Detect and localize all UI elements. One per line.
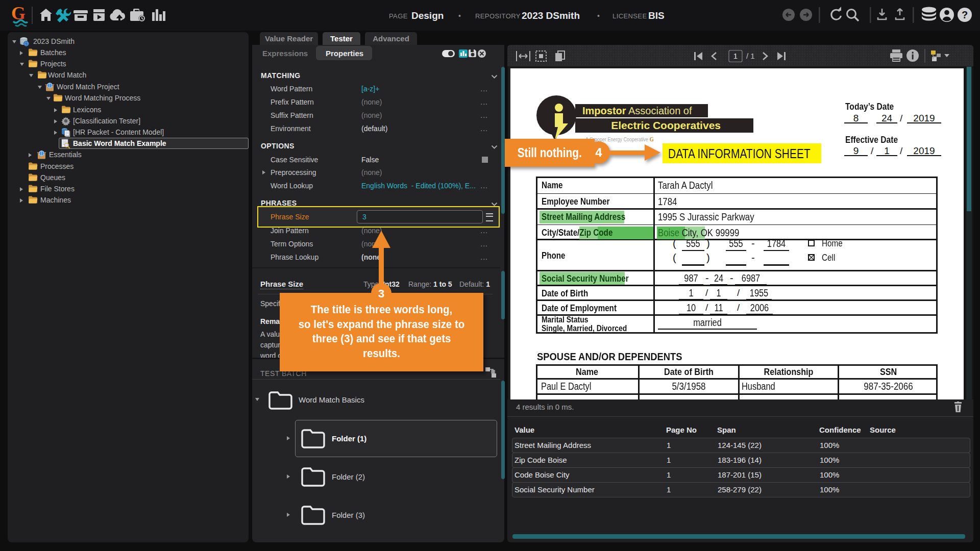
svg-text:/ 1: / 1 xyxy=(746,52,755,60)
svg-text:1: 1 xyxy=(733,52,738,60)
svg-text:?: ? xyxy=(962,9,968,20)
